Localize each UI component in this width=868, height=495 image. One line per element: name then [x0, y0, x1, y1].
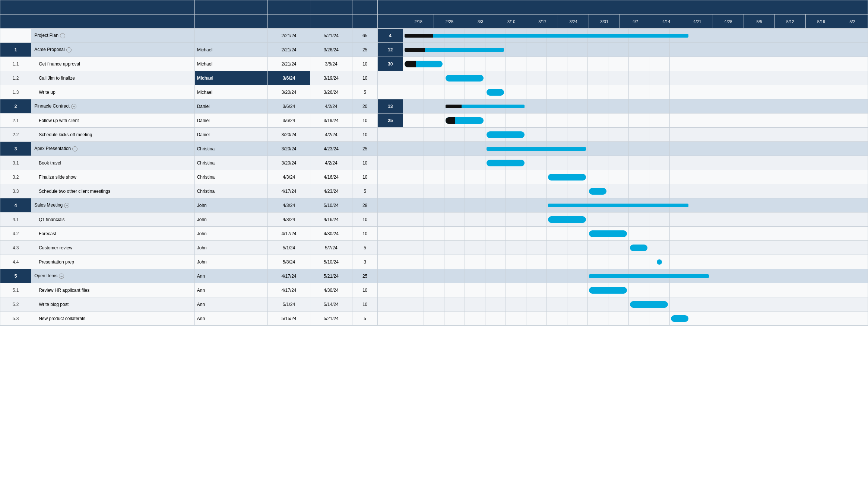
- assigned-cell: [194, 29, 268, 43]
- id-cell: 3.1: [0, 156, 31, 170]
- minus-icon[interactable]: −: [64, 203, 69, 208]
- end-cell: 5/7/24: [310, 241, 352, 255]
- week-col-3: 3/10: [496, 15, 527, 29]
- table-row: 4Sales Meeting−John4/3/245/10/2428: [0, 198, 868, 213]
- end-cell: 4/16/24: [310, 170, 352, 184]
- pct-cell: 4: [378, 29, 403, 43]
- id-cell: 3.2: [0, 170, 31, 184]
- chart-cell: [403, 312, 868, 326]
- chart-cell: [403, 213, 868, 227]
- id-cell: 2.1: [0, 114, 31, 128]
- table-row: 1.2Call Jim to finalizeMichael3/6/243/19…: [0, 71, 868, 85]
- end-cell: 3/26/24: [310, 85, 352, 99]
- chart-cell: [403, 170, 868, 184]
- pct-cell: [378, 269, 403, 283]
- start-cell: 4/17/24: [268, 283, 310, 297]
- id-cell: [0, 29, 31, 43]
- week-col-4: 3/17: [527, 15, 558, 29]
- end-cell: 3/26/24: [310, 43, 352, 57]
- task-cell: Open Items−: [31, 269, 195, 283]
- pct-cell: [378, 312, 403, 326]
- chart-cell: [403, 99, 868, 114]
- assigned-cell: Christina: [194, 184, 268, 198]
- table-row: 2Pinnacle Contract−Daniel3/6/244/2/24201…: [0, 99, 868, 114]
- minus-icon[interactable]: −: [66, 47, 72, 52]
- task-cell: Schedule kicks-off meeting: [31, 128, 195, 142]
- task-cell: Review HR applicant files: [31, 283, 195, 297]
- week-col-5: 3/24: [558, 15, 589, 29]
- start-cell: 2/21/24: [268, 29, 310, 43]
- id-cell: 1: [0, 43, 31, 57]
- minus-icon[interactable]: −: [72, 146, 77, 151]
- table-row: 1.3Write upMichael3/20/243/26/245: [0, 85, 868, 99]
- assigned-cell: Daniel: [194, 128, 268, 142]
- end-cell: 5/21/24: [310, 269, 352, 283]
- chart-cell: [403, 269, 868, 283]
- header-start: [268, 0, 310, 15]
- table-row: 3.3Schedule two other client meestingsCh…: [0, 184, 868, 198]
- assigned-cell: Ann: [194, 312, 268, 326]
- start-cell: 2/21/24: [268, 57, 310, 71]
- start-cell: 3/6/24: [268, 99, 310, 114]
- task-cell: Project Plan−: [31, 29, 195, 43]
- end-cell: 4/2/24: [310, 156, 352, 170]
- task-cell: Acme Proposal−: [31, 43, 195, 57]
- pct-cell: 12: [378, 43, 403, 57]
- chart-cell: [403, 297, 868, 312]
- start-cell: 5/15/24: [268, 312, 310, 326]
- header-start-blank: [268, 15, 310, 29]
- week-col-0: 2/18: [403, 15, 434, 29]
- dur-cell: 10: [352, 57, 378, 71]
- minus-icon[interactable]: −: [59, 274, 64, 279]
- end-cell: 5/10/24: [310, 255, 352, 269]
- table-row: 4.2ForecastJohn4/17/244/30/2410: [0, 227, 868, 241]
- minus-icon[interactable]: −: [71, 104, 76, 109]
- chart-cell: [403, 241, 868, 255]
- chart-cell: [403, 156, 868, 170]
- dur-cell: 10: [352, 114, 378, 128]
- minus-icon[interactable]: −: [60, 33, 65, 38]
- id-cell: 4.1: [0, 213, 31, 227]
- header-pct: [378, 0, 403, 15]
- pct-cell: [378, 227, 403, 241]
- end-cell: 4/23/24: [310, 142, 352, 156]
- pct-cell: [378, 213, 403, 227]
- header-task: [31, 0, 195, 15]
- task-cell: Get finance approval: [31, 57, 195, 71]
- id-cell: 4.2: [0, 227, 31, 241]
- week-col-2: 3/3: [465, 15, 496, 29]
- end-cell: 3/19/24: [310, 114, 352, 128]
- start-cell: 3/20/24: [268, 85, 310, 99]
- task-cell: Schedule two other client meestings: [31, 184, 195, 198]
- header-dur: [352, 0, 378, 15]
- end-cell: 4/2/24: [310, 99, 352, 114]
- task-cell: Follow up with client: [31, 114, 195, 128]
- table-row: 5.1Review HR applicant filesAnn4/17/244/…: [0, 283, 868, 297]
- pct-cell: [378, 283, 403, 297]
- start-cell: 5/1/24: [268, 241, 310, 255]
- header-end: [310, 0, 352, 15]
- pct-cell: 13: [378, 99, 403, 114]
- dur-cell: 3: [352, 255, 378, 269]
- start-cell: 3/20/24: [268, 142, 310, 156]
- dur-cell: 10: [352, 297, 378, 312]
- dur-cell: 25: [352, 269, 378, 283]
- start-cell: 4/3/24: [268, 213, 310, 227]
- week-col-12: 5/12: [775, 15, 806, 29]
- task-cell: Forecast: [31, 227, 195, 241]
- dur-cell: 10: [352, 170, 378, 184]
- pct-cell: [378, 85, 403, 99]
- dur-cell: 10: [352, 128, 378, 142]
- assigned-cell: Michael: [194, 85, 268, 99]
- table-row: 5Open Items−Ann4/17/245/21/2425: [0, 269, 868, 283]
- assigned-cell: Christina: [194, 142, 268, 156]
- dur-cell: 5: [352, 312, 378, 326]
- header-id: [0, 0, 31, 15]
- start-cell: 3/6/24: [268, 114, 310, 128]
- id-cell: 5.3: [0, 312, 31, 326]
- start-cell: 3/20/24: [268, 156, 310, 170]
- chart-cell: [403, 71, 868, 85]
- chart-cell: [403, 29, 868, 43]
- assigned-cell: Ann: [194, 283, 268, 297]
- assigned-cell: Ann: [194, 269, 268, 283]
